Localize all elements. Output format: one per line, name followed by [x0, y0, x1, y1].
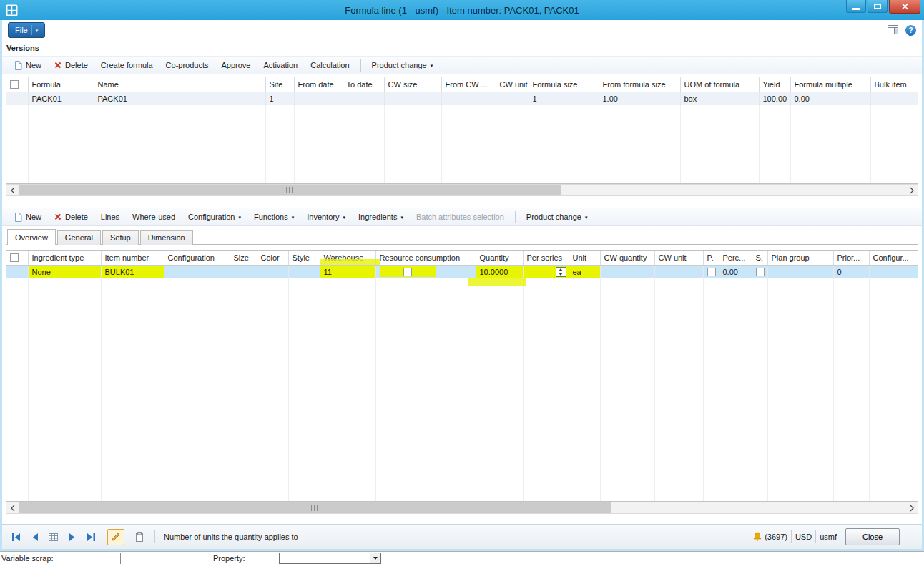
calculation-button[interactable]: Calculation	[305, 59, 355, 72]
versions-hscrollbar[interactable]	[6, 184, 918, 196]
previous-record-button[interactable]	[27, 530, 42, 544]
lines-hscrollbar[interactable]	[6, 502, 918, 514]
s-cell[interactable]	[752, 265, 767, 278]
column-header[interactable]: Formula multiple	[790, 77, 870, 92]
maximize-button[interactable]	[868, 0, 888, 13]
scroll-right-button[interactable]	[905, 502, 918, 513]
cell[interactable]	[343, 92, 384, 105]
column-header[interactable]: Resource consumption	[375, 251, 476, 265]
cell[interactable]: box	[680, 92, 759, 105]
cell[interactable]: PACK01	[28, 92, 94, 105]
company-indicator[interactable]: usmf	[820, 533, 837, 541]
row-selector-cell[interactable]	[6, 92, 28, 105]
column-header[interactable]: Warehouse	[320, 251, 375, 265]
column-header[interactable]: Size	[230, 251, 257, 265]
item-number-cell[interactable]: BULK01	[101, 265, 164, 278]
select-all-checkbox[interactable]	[10, 253, 19, 262]
grid-view-button[interactable]	[46, 530, 61, 544]
scroll-thumb[interactable]	[19, 185, 561, 195]
column-header[interactable]: CW unit	[654, 251, 703, 265]
new-button[interactable]: New	[9, 59, 47, 72]
column-header[interactable]: Prior...	[833, 251, 869, 265]
unit-cell[interactable]: ea	[569, 265, 600, 278]
lines-row-selected[interactable]: None BULK01 11 10.0000 ea	[6, 265, 918, 278]
column-header[interactable]: From date	[294, 77, 343, 92]
close-window-button[interactable]	[889, 0, 920, 14]
new-button[interactable]: New	[9, 210, 47, 224]
cell[interactable]: 100.00	[759, 92, 790, 105]
plan-group-cell[interactable]	[767, 265, 833, 278]
column-header[interactable]: CW unit	[496, 77, 529, 92]
cell[interactable]	[441, 92, 496, 105]
delete-button[interactable]: Delete	[49, 59, 94, 72]
scroll-thumb[interactable]	[19, 502, 611, 513]
scroll-right-button[interactable]	[905, 185, 918, 195]
product-change-menu-button[interactable]: Product change ▾	[521, 210, 594, 223]
tab-overview[interactable]: Overview	[7, 229, 56, 245]
lines-button[interactable]: Lines	[95, 210, 125, 223]
cell[interactable]	[257, 265, 288, 278]
approve-button[interactable]: Approve	[216, 59, 257, 72]
column-header[interactable]: CW quantity	[600, 251, 654, 265]
column-header[interactable]: From CW ...	[441, 77, 496, 92]
column-header[interactable]: CW size	[384, 77, 441, 92]
last-record-button[interactable]	[83, 530, 98, 544]
priority-cell[interactable]: 0	[833, 265, 869, 278]
p-cell[interactable]	[703, 265, 719, 278]
column-header[interactable]: Color	[257, 251, 288, 265]
inventory-menu-button[interactable]: Inventory ▾	[301, 210, 351, 223]
scroll-left-button[interactable]	[6, 502, 19, 513]
cell[interactable]	[164, 265, 230, 278]
per-series-spinner[interactable]	[556, 267, 566, 277]
cell[interactable]	[600, 265, 654, 278]
column-header[interactable]: Style	[288, 251, 320, 265]
tab-setup[interactable]: Setup	[102, 230, 139, 245]
titlebar[interactable]: Formula line (1 - usmf) - Item number: P…	[0, 0, 924, 20]
row-selector-cell[interactable]	[6, 265, 28, 278]
scroll-track[interactable]	[611, 502, 905, 513]
quantity-cell[interactable]: 10.0000	[476, 265, 523, 278]
cell[interactable]	[294, 92, 343, 105]
column-header[interactable]: UOM of formula	[680, 77, 759, 92]
cell[interactable]	[654, 265, 703, 278]
column-header[interactable]: Plan group	[767, 251, 833, 265]
column-header[interactable]: Formula	[28, 77, 94, 92]
column-header[interactable]: Configuration	[164, 251, 230, 265]
scroll-track[interactable]	[561, 185, 905, 195]
column-header[interactable]: Perc...	[719, 251, 752, 265]
versions-row[interactable]: PACK01 PACK01 1 1 1.00 box 100.00 0.00	[6, 92, 918, 105]
edit-record-button[interactable]	[107, 529, 124, 545]
per-series-cell[interactable]	[523, 265, 569, 278]
ingredient-type-cell[interactable]: None	[28, 265, 101, 278]
next-record-button[interactable]	[64, 530, 79, 544]
column-header[interactable]: Bulk item	[870, 77, 918, 92]
cell[interactable]: 1	[265, 92, 294, 105]
co-products-button[interactable]: Co-products	[160, 59, 215, 72]
where-used-button[interactable]: Where-used	[127, 210, 181, 223]
cell[interactable]	[288, 265, 320, 278]
column-header[interactable]: Name	[94, 77, 265, 92]
column-header[interactable]: Configur...	[869, 251, 918, 265]
create-formula-button[interactable]: Create formula	[95, 59, 159, 72]
scroll-left-button[interactable]	[6, 185, 19, 195]
currency-indicator[interactable]: USD	[795, 533, 812, 541]
column-header[interactable]: P.	[703, 251, 719, 265]
column-header[interactable]: Formula size	[529, 77, 599, 92]
s-checkbox[interactable]	[756, 268, 765, 276]
column-header[interactable]: Site	[265, 77, 294, 92]
cell[interactable]	[870, 92, 918, 105]
property-combobox[interactable]	[279, 553, 381, 564]
select-all-cell[interactable]	[6, 77, 28, 92]
column-header[interactable]: Quantity	[476, 251, 523, 265]
column-header[interactable]: To date	[343, 77, 384, 92]
close-form-button[interactable]: Close	[845, 528, 900, 545]
cell[interactable]: 1	[529, 92, 599, 105]
activation-button[interactable]: Activation	[257, 59, 303, 72]
minimize-button[interactable]	[846, 0, 866, 13]
column-header[interactable]: Yield	[759, 77, 790, 92]
column-header[interactable]: From formula size	[599, 77, 680, 92]
attach-document-button[interactable]	[131, 529, 147, 545]
layout-icon[interactable]	[888, 25, 898, 36]
warehouse-cell[interactable]: 11	[320, 265, 375, 278]
cell[interactable]	[384, 92, 441, 105]
